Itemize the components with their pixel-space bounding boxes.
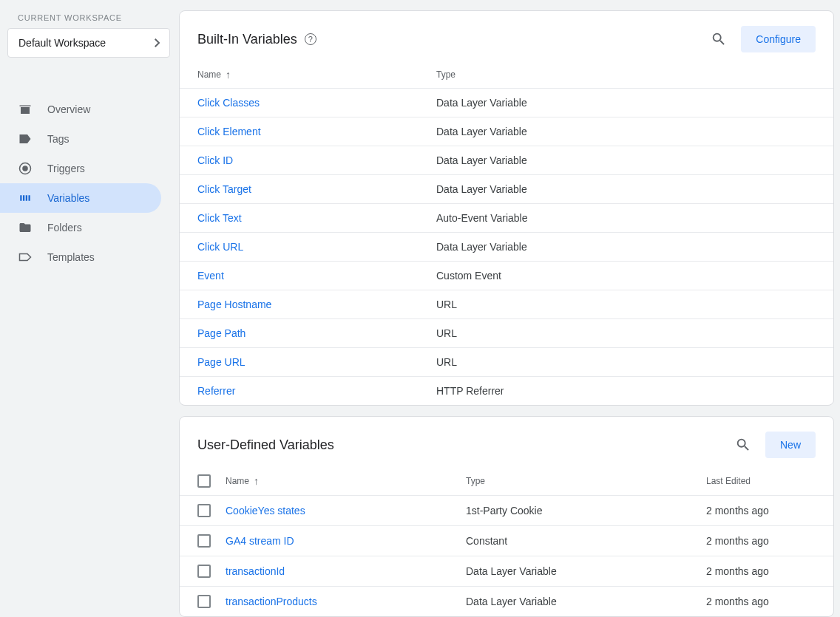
table-row[interactable]: Click ElementData Layer Variable (180, 117, 833, 146)
new-button[interactable]: New (765, 432, 816, 458)
table-row[interactable]: Click URLData Layer Variable (180, 232, 833, 261)
sidebar-item-label: Triggers (47, 163, 85, 174)
user-table-header: Name ↑ Type Last Edited (180, 467, 833, 495)
variable-link[interactable]: Click Element (197, 126, 261, 137)
sidebar: CURRENT WORKSPACE Default Workspace Over… (0, 0, 179, 617)
chevron-right-icon (155, 35, 160, 51)
variable-type: Data Layer Variable (466, 596, 706, 607)
table-row[interactable]: GA4 stream IDConstant2 months ago (180, 525, 833, 556)
row-checkbox[interactable] (197, 595, 226, 608)
last-edited: 2 months ago (706, 535, 816, 547)
col-header-type[interactable]: Type (466, 476, 706, 486)
table-row[interactable]: transactionProductsData Layer Variable2 … (180, 586, 833, 616)
variable-link[interactable]: transactionId (226, 565, 285, 577)
table-row[interactable]: Click TextAuto-Event Variable (180, 203, 833, 232)
variable-type: URL (436, 299, 816, 310)
col-header-type[interactable]: Type (436, 69, 816, 80)
sidebar-item-folders[interactable]: Folders (0, 213, 161, 242)
row-checkbox[interactable] (197, 534, 226, 548)
table-row[interactable]: CookieYes states1st-Party Cookie2 months… (180, 495, 833, 525)
table-row[interactable]: EventCustom Event (180, 261, 833, 290)
search-button[interactable] (728, 430, 758, 460)
builtin-title: Built-In Variables (197, 32, 297, 47)
template-icon (18, 250, 33, 265)
sidebar-item-templates[interactable]: Templates (0, 242, 161, 272)
variable-link[interactable]: Click Target (197, 183, 251, 195)
last-edited: 2 months ago (706, 596, 816, 607)
variable-link[interactable]: CookieYes states (226, 505, 305, 517)
variable-link[interactable]: Event (197, 270, 224, 282)
table-row[interactable]: Click ClassesData Layer Variable (180, 88, 833, 117)
sidebar-item-label: Variables (47, 192, 89, 204)
variable-link[interactable]: Page URL (197, 356, 245, 368)
sidebar-item-label: Templates (47, 251, 95, 263)
variable-type: Auto-Event Variable (436, 212, 816, 224)
variable-type: URL (436, 356, 816, 368)
sidebar-item-triggers[interactable]: Triggers (0, 154, 161, 183)
sort-up-icon: ↑ (226, 69, 231, 81)
svg-point-1 (22, 166, 28, 171)
table-row[interactable]: Page HostnameURL (180, 290, 833, 318)
builtin-rows: Click ClassesData Layer VariableClick El… (180, 88, 833, 405)
configure-button[interactable]: Configure (741, 26, 816, 52)
variable-type: Data Layer Variable (436, 183, 816, 195)
variable-link[interactable]: Click ID (197, 154, 233, 166)
variable-link[interactable]: Click URL (197, 241, 243, 253)
main-content: Built-In Variables ? Configure Name ↑ Ty… (179, 0, 840, 617)
trigger-icon (18, 161, 33, 176)
table-row[interactable]: Click IDData Layer Variable (180, 146, 833, 174)
variable-link[interactable]: GA4 stream ID (226, 535, 294, 547)
variable-type: 1st-Party Cookie (466, 505, 706, 517)
table-row[interactable]: Click TargetData Layer Variable (180, 174, 833, 203)
user-rows: CookieYes states1st-Party Cookie2 months… (180, 495, 833, 616)
row-checkbox[interactable] (197, 565, 226, 578)
workspace-selector[interactable]: Default Workspace (7, 28, 170, 58)
variable-link[interactable]: Click Text (197, 212, 242, 224)
sort-up-icon: ↑ (254, 475, 259, 487)
table-row[interactable]: transactionIdData Layer Variable2 months… (180, 556, 833, 586)
variable-type: Data Layer Variable (466, 565, 706, 577)
variable-link[interactable]: Page Path (197, 327, 245, 339)
variable-link[interactable]: Click Classes (197, 97, 260, 109)
variable-link[interactable]: Page Hostname (197, 299, 271, 310)
variable-link[interactable]: Referrer (197, 385, 235, 397)
nav-list: OverviewTagsTriggersVariablesFoldersTemp… (0, 72, 179, 272)
table-row[interactable]: Page URLURL (180, 347, 833, 376)
builtin-variables-card: Built-In Variables ? Configure Name ↑ Ty… (179, 10, 834, 406)
row-checkbox[interactable] (197, 504, 226, 517)
variable-type: Data Layer Variable (436, 154, 816, 166)
sidebar-item-label: Tags (47, 133, 70, 145)
sidebar-item-label: Folders (47, 222, 82, 233)
col-header-name[interactable]: Name ↑ (197, 69, 436, 81)
variable-type: Custom Event (436, 270, 816, 282)
variable-type: URL (436, 327, 816, 339)
variable-icon (18, 191, 33, 205)
sidebar-item-variables[interactable]: Variables (0, 183, 161, 213)
sidebar-item-overview[interactable]: Overview (0, 95, 161, 124)
variable-type: Data Layer Variable (436, 97, 816, 109)
variable-type: Constant (466, 535, 706, 547)
search-button[interactable] (704, 24, 734, 54)
col-header-name[interactable]: Name ↑ (226, 475, 466, 487)
variable-link[interactable]: transactionProducts (226, 596, 317, 607)
last-edited: 2 months ago (706, 565, 816, 577)
col-header-last-edited[interactable]: Last Edited (706, 476, 816, 486)
variable-type: Data Layer Variable (436, 241, 816, 253)
last-edited: 2 months ago (706, 505, 816, 517)
sidebar-item-tags[interactable]: Tags (0, 124, 161, 154)
variable-type: HTTP Referrer (436, 385, 816, 397)
help-icon[interactable]: ? (305, 33, 316, 45)
user-title: User-Defined Variables (197, 437, 334, 453)
select-all-checkbox[interactable] (197, 474, 226, 488)
table-row[interactable]: ReferrerHTTP Referrer (180, 376, 833, 405)
workspace-value: Default Workspace (18, 37, 106, 49)
sidebar-item-label: Overview (47, 103, 90, 115)
overview-icon (18, 102, 33, 117)
tag-icon (18, 132, 33, 146)
table-row[interactable]: Page PathURL (180, 318, 833, 347)
user-variables-card: User-Defined Variables New Name ↑ Type L… (179, 416, 834, 617)
workspace-label: CURRENT WORKSPACE (18, 13, 179, 22)
variable-type: Data Layer Variable (436, 126, 816, 137)
folder-icon (18, 220, 33, 235)
builtin-table-header: Name ↑ Type (180, 61, 833, 88)
